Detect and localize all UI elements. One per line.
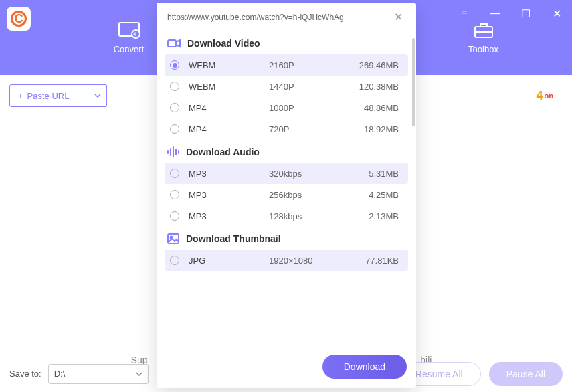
video-option-row[interactable]: MP4720P18.92MB xyxy=(165,118,408,140)
video-option-row[interactable]: WEBM2160P269.46MB xyxy=(165,54,408,76)
radio-icon[interactable] xyxy=(170,256,179,265)
audio-option-row[interactable]: MP3256kbps4.25MB xyxy=(165,184,408,205)
quality-label: 1080P xyxy=(269,103,349,113)
svg-point-1 xyxy=(132,30,140,38)
size-label: 48.86MB xyxy=(349,103,403,113)
download-modal: https://www.youtube.com/watch?v=h-iQJHcW… xyxy=(157,3,416,388)
brand-icon: 4 on xyxy=(537,89,553,103)
save-to-label: Save to: xyxy=(9,369,41,379)
resume-label: Resume All xyxy=(415,369,463,379)
modal-header: https://www.youtube.com/watch?v=h-iQJHcW… xyxy=(157,3,416,31)
pause-all-button[interactable]: Pause All xyxy=(489,362,563,386)
size-label: 269.46MB xyxy=(349,60,403,70)
format-label: JPG xyxy=(189,256,269,266)
section-audio-header: Download Audio xyxy=(165,140,408,163)
radio-icon[interactable] xyxy=(170,60,179,70)
size-label: 4.25MB xyxy=(349,190,403,200)
convert-icon xyxy=(118,21,140,39)
brand-number: 4 xyxy=(537,89,543,103)
format-label: MP4 xyxy=(189,124,269,134)
minimize-icon[interactable]: — xyxy=(480,0,510,27)
radio-icon[interactable] xyxy=(170,103,179,112)
window-controls: ≡ — ☐ ✕ xyxy=(449,0,572,27)
tab-label: Toolbox xyxy=(468,44,498,54)
app-logo: C xyxy=(7,7,31,31)
section-thumb-header: Download Thumbnail xyxy=(165,227,408,250)
url-field[interactable]: https://www.youtube.com/watch?v=h-iQJHcW… xyxy=(167,13,391,22)
format-label: MP4 xyxy=(189,103,269,113)
format-label: WEBM xyxy=(189,60,269,70)
section-title: Download Video xyxy=(187,38,260,49)
radio-icon[interactable] xyxy=(170,211,179,221)
paste-url-dropdown[interactable] xyxy=(88,84,107,107)
paste-label: Paste URL xyxy=(27,91,70,101)
download-button[interactable]: Download xyxy=(322,355,407,379)
size-label: 18.92MB xyxy=(349,124,403,134)
chevron-down-icon xyxy=(136,372,142,376)
audio-icon xyxy=(167,146,179,157)
download-label: Download xyxy=(344,361,385,372)
size-label: 77.81KB xyxy=(349,256,403,266)
format-label: WEBM xyxy=(189,82,269,92)
plus-icon: + xyxy=(18,91,23,101)
scrollbar[interactable] xyxy=(412,38,415,126)
format-label: MP3 xyxy=(189,190,269,200)
quality-label: 720P xyxy=(269,124,349,134)
audio-option-row[interactable]: MP3320kbps5.31MB xyxy=(165,163,408,184)
quality-label: 256kbps xyxy=(269,190,349,200)
chevron-down-icon xyxy=(94,94,101,98)
close-icon[interactable]: ✕ xyxy=(541,0,572,27)
menu-icon[interactable]: ≡ xyxy=(449,0,480,27)
quality-label: 1920×1080 xyxy=(269,256,349,266)
size-label: 2.13MB xyxy=(349,211,403,221)
modal-body: Download Video WEBM2160P269.46MBWEBM1440… xyxy=(157,31,416,345)
radio-icon[interactable] xyxy=(170,169,179,178)
modal-footer: Download xyxy=(157,345,416,388)
section-title: Download Thumbnail xyxy=(186,233,281,244)
bottom-buttons: Resume All Pause All xyxy=(397,362,563,386)
maximize-icon[interactable]: ☐ xyxy=(510,0,541,27)
video-option-row[interactable]: MP41080P48.86MB xyxy=(165,97,408,118)
quality-label: 2160P xyxy=(269,60,349,70)
quality-label: 1440P xyxy=(269,82,349,92)
quality-label: 128kbps xyxy=(269,211,349,221)
video-option-row[interactable]: WEBM1440P120.38MB xyxy=(165,76,408,97)
thumb-option-row[interactable]: JPG1920×108077.81KB xyxy=(165,250,408,271)
svg-rect-4 xyxy=(168,40,176,47)
format-label: MP3 xyxy=(189,211,269,221)
format-label: MP3 xyxy=(189,169,269,179)
size-label: 5.31MB xyxy=(349,169,403,179)
save-value: D:\ xyxy=(54,369,66,379)
audio-option-row[interactable]: MP3128kbps2.13MB xyxy=(165,205,408,227)
radio-icon[interactable] xyxy=(170,124,179,134)
brand-on: on xyxy=(545,92,553,100)
radio-icon[interactable] xyxy=(170,82,179,91)
paste-url-button[interactable]: + Paste URL xyxy=(9,84,88,107)
save-to-select[interactable]: D:\ xyxy=(48,364,149,384)
image-icon xyxy=(167,233,179,244)
tab-label: Convert xyxy=(114,44,145,54)
close-icon[interactable]: ✕ xyxy=(391,11,405,23)
section-title: Download Audio xyxy=(186,146,260,157)
radio-icon[interactable] xyxy=(170,190,179,199)
video-icon xyxy=(167,38,181,49)
pause-label: Pause All xyxy=(506,369,545,379)
section-video-header: Download Video xyxy=(165,31,408,54)
size-label: 120.38MB xyxy=(349,82,403,92)
quality-label: 320kbps xyxy=(269,169,349,179)
